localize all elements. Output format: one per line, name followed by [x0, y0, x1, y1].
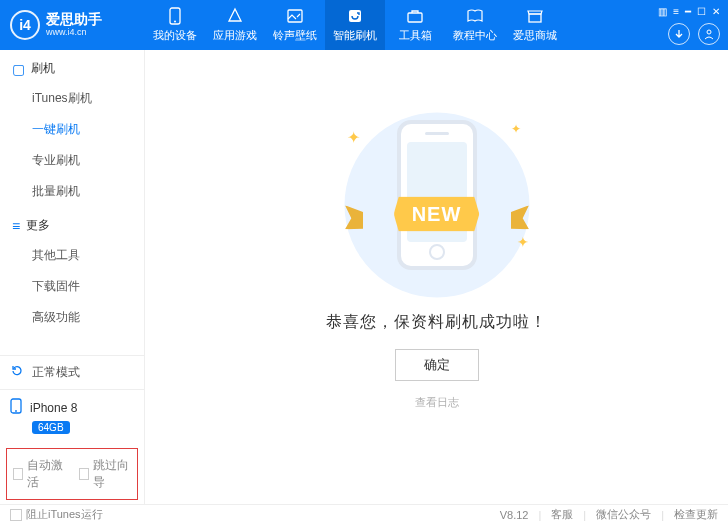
auto-activate-checkbox[interactable]: 自动激活: [13, 457, 65, 491]
statusbar: 阻止iTunes运行 V8.12 | 客服 | 微信公众号 | 检查更新: [0, 504, 728, 524]
check-update-link[interactable]: 检查更新: [674, 507, 718, 522]
shirt-icon[interactable]: ▥: [658, 6, 667, 17]
svg-point-8: [15, 410, 17, 412]
nav-my-device[interactable]: 我的设备: [145, 0, 205, 50]
version-label: V8.12: [500, 509, 529, 521]
top-nav: 我的设备 应用游戏 铃声壁纸 智能刷机 工具箱: [145, 0, 565, 50]
store-icon: [526, 7, 544, 25]
nav-store[interactable]: 爱思商城: [505, 0, 565, 50]
menu-icon[interactable]: ≡: [673, 6, 679, 17]
book-icon: [466, 7, 484, 25]
main-content: ✦ ✦ ✦ NEW 恭喜您，保资料刷机成功啦！ 确定 查看日志: [145, 50, 728, 504]
block-itunes-checkbox[interactable]: 阻止iTunes运行: [10, 507, 103, 522]
svg-rect-2: [288, 10, 302, 22]
view-log-link[interactable]: 查看日志: [415, 395, 459, 410]
device-panel[interactable]: iPhone 8 64GB: [0, 389, 144, 442]
wechat-link[interactable]: 微信公众号: [596, 507, 651, 522]
maximize-icon[interactable]: ☐: [697, 6, 706, 17]
flash-icon: [346, 7, 364, 25]
checkbox-icon: [13, 468, 23, 480]
svg-point-6: [707, 30, 711, 34]
success-illustration: ✦ ✦ ✦ NEW: [327, 100, 547, 290]
toolbox-icon: [406, 7, 424, 25]
sidebar-group-more[interactable]: ≡ 更多: [0, 207, 144, 240]
sidebar-item-oneclick-flash[interactable]: 一键刷机: [32, 114, 144, 145]
sidebar-item-other-tools[interactable]: 其他工具: [32, 240, 144, 271]
sidebar-item-download-firmware[interactable]: 下载固件: [32, 271, 144, 302]
close-icon[interactable]: ✕: [712, 6, 720, 17]
mode-label: 正常模式: [32, 364, 80, 381]
app-title: 爱思助手: [46, 12, 102, 27]
nav-toolbox[interactable]: 工具箱: [385, 0, 445, 50]
nav-label: 教程中心: [453, 28, 497, 43]
nav-label: 应用游戏: [213, 28, 257, 43]
sidebar-item-pro-flash[interactable]: 专业刷机: [32, 145, 144, 176]
user-icon[interactable]: [698, 23, 720, 45]
new-ribbon: NEW: [394, 197, 480, 232]
nav-flash[interactable]: 智能刷机: [325, 0, 385, 50]
download-icon[interactable]: [668, 23, 690, 45]
checkbox-label: 跳过向导: [93, 457, 131, 491]
list-icon: ≡: [12, 218, 20, 234]
skip-wizard-checkbox[interactable]: 跳过向导: [79, 457, 131, 491]
nav-label: 爱思商城: [513, 28, 557, 43]
sidebar-group-title: 更多: [26, 217, 50, 234]
nav-apps[interactable]: 应用游戏: [205, 0, 265, 50]
nav-ringtones[interactable]: 铃声壁纸: [265, 0, 325, 50]
svg-rect-3: [349, 10, 361, 22]
sparkle-icon: ✦: [511, 122, 521, 136]
phone-outline-icon: ▢: [12, 61, 25, 77]
device-name: iPhone 8: [30, 401, 77, 415]
app-logo-icon: i4: [10, 10, 40, 40]
svg-point-1: [174, 21, 176, 23]
nav-label: 智能刷机: [333, 28, 377, 43]
device-phone-icon: [10, 398, 22, 417]
checkbox-label: 阻止iTunes运行: [26, 507, 103, 522]
svg-rect-4: [408, 13, 422, 22]
checkbox-icon: [79, 468, 89, 480]
sparkle-icon: ✦: [347, 128, 360, 147]
sidebar-group-title: 刷机: [31, 60, 55, 77]
refresh-icon: [10, 364, 24, 381]
phone-illustration-icon: [397, 120, 477, 270]
sidebar-item-itunes-flash[interactable]: iTunes刷机: [32, 83, 144, 114]
support-link[interactable]: 客服: [551, 507, 573, 522]
sidebar-group-flash[interactable]: ▢ 刷机: [0, 50, 144, 83]
wallpaper-icon: [286, 7, 304, 25]
svg-rect-5: [529, 14, 541, 22]
phone-icon: [166, 7, 184, 25]
storage-badge: 64GB: [32, 421, 70, 434]
titlebar-right: ▥ ≡ ━ ☐ ✕: [658, 6, 728, 45]
sidebar-item-batch-flash[interactable]: 批量刷机: [32, 176, 144, 207]
minimize-icon[interactable]: ━: [685, 6, 691, 17]
ok-button[interactable]: 确定: [395, 349, 479, 381]
nav-label: 工具箱: [399, 28, 432, 43]
nav-label: 铃声壁纸: [273, 28, 317, 43]
sidebar-item-advanced[interactable]: 高级功能: [32, 302, 144, 333]
nav-label: 我的设备: [153, 28, 197, 43]
app-url: www.i4.cn: [46, 28, 102, 38]
success-message: 恭喜您，保资料刷机成功啦！: [326, 312, 547, 333]
sparkle-icon: ✦: [517, 234, 529, 250]
sidebar: ▢ 刷机 iTunes刷机 一键刷机 专业刷机 批量刷机 ≡ 更多 其他工具 下…: [0, 50, 145, 504]
mode-panel[interactable]: 正常模式: [0, 355, 144, 389]
logo-block: i4 爱思助手 www.i4.cn: [0, 10, 145, 40]
nav-tutorials[interactable]: 教程中心: [445, 0, 505, 50]
titlebar: i4 爱思助手 www.i4.cn 我的设备 应用游戏 铃声壁纸: [0, 0, 728, 50]
checkbox-icon: [10, 509, 22, 521]
apps-icon: [226, 7, 244, 25]
options-highlight-box: 自动激活 跳过向导: [6, 448, 138, 500]
checkbox-label: 自动激活: [27, 457, 65, 491]
